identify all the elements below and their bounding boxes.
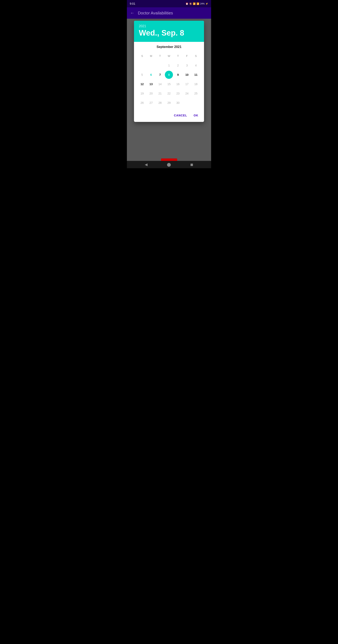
cal-day-16[interactable]: 16 (174, 80, 182, 88)
cancel-button[interactable]: CANCEL (172, 112, 190, 119)
nav-home-button[interactable]: ⬤ (167, 162, 171, 167)
cal-day-25[interactable]: 25 (192, 90, 200, 98)
alarm-icon: ⏰ (186, 2, 188, 5)
dialog-actions: CANCEL OK (134, 110, 204, 122)
week-row-1: 1 2 3 4 (138, 61, 200, 70)
week-row-2: 5 6 7 8 9 10 11 (138, 71, 200, 79)
cal-day-10[interactable]: 10 (183, 71, 191, 79)
cal-day-15[interactable]: 15 (165, 80, 173, 88)
nav-recents-button[interactable]: ◼ (190, 162, 193, 167)
battery-label: 24% (200, 2, 205, 5)
cal-day-13[interactable]: 13 (147, 80, 155, 88)
cal-day-14[interactable]: 14 (156, 80, 164, 88)
cal-day-22[interactable]: 22 (165, 90, 173, 98)
cal-day-19[interactable]: 19 (138, 90, 146, 98)
status-icons: ⏰ 🔇 📶 📶 24% ⚡ (186, 2, 208, 5)
cal-day-12[interactable]: 12 (138, 80, 146, 88)
day-header-mon: M (147, 52, 155, 60)
cal-day-26[interactable]: 26 (138, 99, 146, 107)
phone-frame: 9:01 ⏰ 🔇 📶 📶 24% ⚡ ← Doctor Availabiliti… (127, 0, 211, 168)
date-picker-dialog: 2021 Wed., Sep. 8 September 2021 S M T W… (134, 21, 204, 122)
day-header-sat: S (192, 52, 200, 60)
status-time: 9:01 (130, 2, 135, 5)
cal-day-8-selected[interactable]: 8 (165, 71, 173, 79)
cal-cell-empty (156, 61, 164, 70)
main-background: None 2021 Wed., Sep. 8 September 2021 S (127, 19, 211, 161)
cal-day-17[interactable]: 17 (183, 80, 191, 88)
charging-icon: ⚡ (205, 2, 208, 5)
cal-day-9[interactable]: 9 (174, 71, 182, 79)
cal-day-18[interactable]: 18 (192, 80, 200, 88)
cal-day-5[interactable]: 5 (138, 71, 146, 79)
wifi-icon: 📶 (193, 2, 196, 5)
day-header-sun: S (138, 52, 146, 60)
cal-day-6[interactable]: 6 (147, 71, 155, 79)
date-header: 2021 Wed., Sep. 8 (134, 21, 204, 42)
status-bar: 9:01 ⏰ 🔇 📶 📶 24% ⚡ (127, 0, 211, 7)
nav-bar: ◀ ⬤ ◼ (127, 161, 211, 168)
back-button[interactable]: ← (130, 10, 135, 16)
cal-cell-empty (147, 61, 155, 70)
cal-day-28[interactable]: 28 (156, 99, 164, 107)
cal-day-11[interactable]: 11 (192, 71, 200, 79)
cal-day-21[interactable]: 21 (156, 90, 164, 98)
week-row-5: 26 27 28 29 30 (138, 99, 200, 107)
cal-day-23[interactable]: 23 (174, 90, 182, 98)
app-bar: ← Doctor Availabilities (127, 7, 211, 19)
day-header-fri: F (183, 52, 191, 60)
day-header-wed: W (165, 52, 173, 60)
date-year: 2021 (139, 24, 199, 28)
cal-day-29[interactable]: 29 (165, 99, 173, 107)
calendar-grid: S M T W T F S 1 (138, 52, 200, 107)
modal-overlay: 2021 Wed., Sep. 8 September 2021 S M T W… (127, 19, 211, 161)
day-header-thu: T (174, 52, 182, 60)
app-bar-title: Doctor Availabilities (138, 11, 173, 16)
week-row-4: 19 20 21 22 23 24 25 (138, 90, 200, 98)
day-headers-row: S M T W T F S (138, 52, 200, 60)
ok-button[interactable]: OK (191, 112, 201, 119)
cal-day-30[interactable]: 30 (174, 99, 182, 107)
calendar-month-title: September 2021 (138, 45, 200, 49)
mute-icon: 🔇 (189, 2, 192, 5)
cal-day-24[interactable]: 24 (183, 90, 191, 98)
week-row-3: 12 13 14 15 16 17 18 (138, 80, 200, 88)
cal-day-27[interactable]: 27 (147, 99, 155, 107)
cal-day-1[interactable]: 1 (165, 61, 173, 70)
cal-cell-empty (192, 99, 200, 107)
cal-cell-empty (138, 61, 146, 70)
cal-day-3[interactable]: 3 (183, 61, 191, 70)
cal-cell-empty (183, 99, 191, 107)
cal-day-7[interactable]: 7 (156, 71, 164, 79)
cal-day-2[interactable]: 2 (174, 61, 182, 70)
red-button-peek (161, 158, 177, 161)
date-selected: Wed., Sep. 8 (139, 29, 199, 38)
calendar-body: September 2021 S M T W T F S (134, 42, 204, 110)
nav-back-button[interactable]: ◀ (145, 162, 148, 167)
day-header-tue: T (156, 52, 164, 60)
signal-icon: 📶 (197, 2, 199, 5)
cal-day-20[interactable]: 20 (147, 90, 155, 98)
cal-day-4[interactable]: 4 (192, 61, 200, 70)
